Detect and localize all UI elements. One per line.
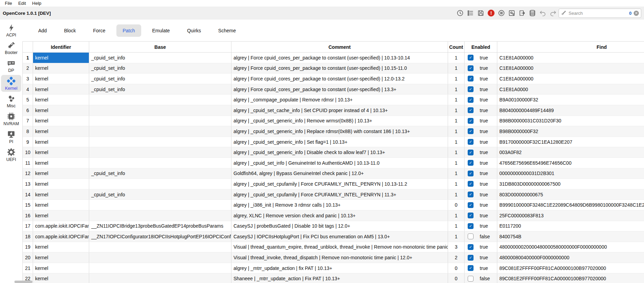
enabled-checkbox[interactable]: ✓: [468, 192, 474, 197]
enabled-checkbox[interactable]: ✓: [468, 118, 474, 124]
comment-cell[interactable]: algrey | Force cpuid_cores_per_package t…: [231, 84, 448, 95]
find-cell[interactable]: B98B0000000F32: [497, 126, 644, 137]
tab-quirks[interactable]: Quirks: [181, 24, 207, 37]
find-cell[interactable]: 803D000000000675: [497, 189, 644, 200]
comment-cell[interactable]: algrey | _mtrr_update_action | fix PAT |…: [231, 263, 448, 273]
sidebar-item-pi[interactable]: PI: [1, 128, 21, 145]
row-number-cell[interactable]: 6: [23, 105, 33, 116]
count-cell[interactable]: 1: [448, 95, 465, 105]
import-window-icon[interactable]: [518, 9, 526, 17]
identifier-cell[interactable]: kernel: [33, 210, 89, 221]
find-cell[interactable]: 8400754B: [497, 231, 644, 242]
comment-cell[interactable]: algrey | _cpuid_set_cache_info | Set CPU…: [231, 105, 448, 116]
enabled-checkbox[interactable]: ✓: [468, 265, 474, 271]
menu-edit[interactable]: Edit: [15, 0, 29, 6]
base-cell[interactable]: _cpuid_set_info: [89, 189, 231, 200]
comment-cell[interactable]: algrey | _cpuid_set_info | GenuineIntel …: [231, 158, 448, 168]
column-header-count[interactable]: Count: [448, 42, 465, 52]
row-number-cell[interactable]: 18: [23, 231, 33, 242]
error-alert-icon[interactable]: !: [487, 9, 495, 17]
sidebar-item-kernel[interactable]: Kernel: [1, 75, 21, 92]
menu-file[interactable]: File: [2, 0, 15, 6]
find-cell[interactable]: B9A00100000F32: [497, 95, 644, 105]
base-cell[interactable]: __ZN11IOPCIBridge13probeBusGatedEP14prob…: [89, 221, 231, 231]
enabled-checkbox[interactable]: ✓: [468, 202, 474, 208]
sidebar-item-dp[interactable]: DP: [1, 57, 21, 74]
count-cell[interactable]: 1: [448, 231, 465, 242]
find-cell[interactable]: 31DB803D00000000067500: [497, 179, 644, 189]
identifier-cell[interactable]: kernel: [33, 273, 89, 283]
enabled-checkbox[interactable]: [468, 233, 474, 239]
tab-force[interactable]: Force: [87, 24, 112, 37]
sidebar-item-booter[interactable]: Booter: [1, 40, 21, 56]
base-cell[interactable]: _cpuid_set_info: [89, 63, 231, 74]
comment-cell[interactable]: Goldfish64, algrey | Bypass GenuineIntel…: [231, 168, 448, 179]
enabled-checkbox[interactable]: ✓: [468, 213, 474, 218]
menu-help[interactable]: Help: [29, 0, 44, 6]
identifier-cell[interactable]: kernel: [33, 179, 89, 189]
comment-cell[interactable]: algrey | Force cpuid_cores_per_package t…: [231, 53, 448, 63]
comment-cell[interactable]: Visual | thread_invoke, thread_dispatch …: [231, 252, 448, 263]
row-number-cell[interactable]: 5: [23, 95, 33, 105]
find-cell[interactable]: 89C081E2FFFF00FF81CA00000100B977020000: [497, 263, 644, 273]
comment-cell[interactable]: algrey | Force cpuid_cores_per_package t…: [231, 63, 448, 74]
find-cell[interactable]: C1E81A0000: [497, 84, 644, 95]
count-cell[interactable]: 3: [448, 242, 465, 252]
base-cell[interactable]: _cpuid_set_info: [89, 53, 231, 63]
base-cell[interactable]: [89, 95, 231, 105]
sidebar-item-nvram[interactable]: NVRAM: [1, 110, 21, 127]
comment-cell[interactable]: algrey | _cpuid_set_generic_info | Set f…: [231, 137, 448, 147]
options-list-icon[interactable]: [466, 9, 475, 17]
count-cell[interactable]: 1: [448, 221, 465, 231]
tab-emulate[interactable]: Emulate: [146, 24, 176, 37]
base-cell[interactable]: [89, 200, 231, 210]
row-number-cell[interactable]: 9: [23, 137, 33, 147]
base-cell[interactable]: [89, 116, 231, 126]
history-icon[interactable]: [456, 9, 464, 17]
count-cell[interactable]: 0: [448, 273, 465, 283]
row-number-cell[interactable]: 21: [23, 263, 33, 273]
row-number-cell[interactable]: 17: [23, 221, 33, 231]
base-cell[interactable]: [89, 137, 231, 147]
row-number-cell[interactable]: 8: [23, 126, 33, 137]
count-cell[interactable]: 1: [448, 158, 465, 168]
comment-cell[interactable]: Shaneee | _mtrr_update_action | Fix PAT …: [231, 273, 448, 283]
comment-cell[interactable]: CaseySJ | probeBusGated | Disable 10 bit…: [231, 221, 448, 231]
row-number-cell[interactable]: 20: [23, 252, 33, 263]
enabled-checkbox[interactable]: ✓: [468, 86, 474, 92]
row-number-cell[interactable]: 14: [23, 189, 33, 200]
enabled-checkbox[interactable]: ✓: [468, 65, 474, 71]
enabled-checkbox[interactable]: ✓: [468, 150, 474, 155]
tab-patch[interactable]: Patch: [116, 24, 141, 37]
config-tool-icon[interactable]: [508, 9, 516, 17]
enabled-checkbox[interactable]: ✓: [468, 223, 474, 229]
find-cell[interactable]: 25FC00000083F813: [497, 210, 644, 221]
enabled-checkbox[interactable]: ✓: [468, 55, 474, 61]
tab-scheme[interactable]: Scheme: [212, 24, 242, 37]
row-number-cell[interactable]: 10: [23, 147, 33, 157]
row-number-cell[interactable]: 7: [23, 116, 33, 126]
count-cell[interactable]: 0: [448, 200, 465, 210]
enabled-checkbox[interactable]: ✓: [468, 160, 474, 166]
row-number-cell[interactable]: 12: [23, 168, 33, 179]
count-cell[interactable]: 1: [448, 105, 465, 116]
comment-cell[interactable]: algrey | _cpuid_set_cpufamily | Force CP…: [231, 179, 448, 189]
find-cell[interactable]: B8040000004489F14489: [497, 105, 644, 116]
base-cell[interactable]: __ZN17IOPCIConfigurator18IOPCIIsHotplugP…: [89, 231, 231, 242]
identifier-cell[interactable]: kernel: [33, 200, 89, 210]
find-cell[interactable]: 89C081E2FFFF00FF81CA00000100B977020000: [497, 273, 644, 283]
find-cell[interactable]: 48000000020000480000580000000F0000000000: [497, 242, 644, 252]
comment-cell[interactable]: algrey | _cpuid_set_cpufamily | Force CP…: [231, 189, 448, 200]
column-header-comment[interactable]: Comment: [231, 42, 448, 52]
base-cell[interactable]: [89, 105, 231, 116]
sidebar-item-uefi[interactable]: UEFI: [1, 146, 21, 163]
clear-search-icon[interactable]: ✕: [634, 11, 639, 16]
redo-icon[interactable]: [549, 9, 557, 17]
identifier-cell[interactable]: kernel: [33, 252, 89, 263]
base-cell[interactable]: [89, 126, 231, 137]
count-cell[interactable]: 1: [448, 74, 465, 84]
comment-cell[interactable]: algrey | _i386_init | Remove 3 rdmsr cal…: [231, 200, 448, 210]
find-cell[interactable]: C1E81A000000: [497, 63, 644, 74]
count-cell[interactable]: 1: [448, 137, 465, 147]
identifier-cell[interactable]: kernel: [33, 95, 89, 105]
